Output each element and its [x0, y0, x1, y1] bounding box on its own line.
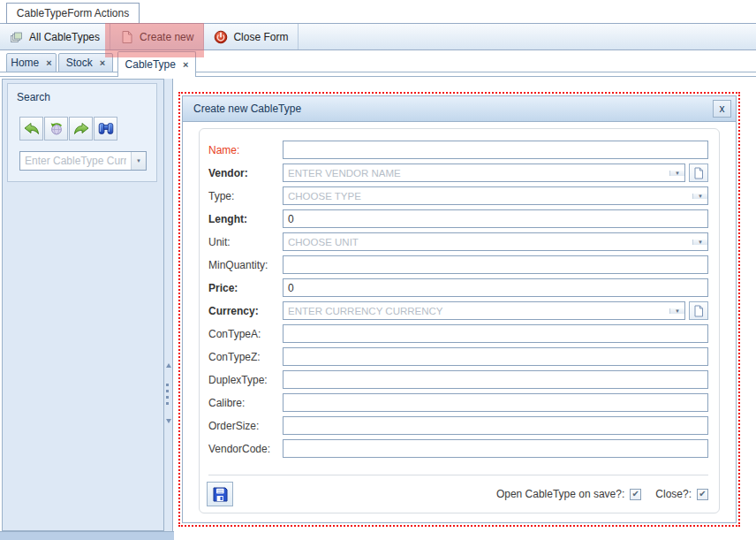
search-group-box: Search	[7, 83, 157, 182]
search-toolbar	[19, 117, 117, 141]
actions-tab[interactable]: CableTypeForm Actions	[6, 3, 140, 24]
power-close-icon	[214, 30, 228, 44]
footer-options: Open CableType on save?: ✔ Close?: ✔	[496, 488, 708, 500]
splitter-grip	[166, 384, 169, 405]
contypez-input[interactable]	[283, 347, 708, 366]
search-combo-dropdown-button[interactable]: ▼	[131, 152, 146, 170]
form-row-lenght: Lenght:	[208, 209, 708, 228]
form-row-unit: Unit: CHOOSE UNIT ▼	[208, 232, 708, 251]
sidebar-bottom-edge	[0, 531, 174, 540]
currency-placeholder: ENTER CURRENCY CURRENCY	[284, 306, 669, 316]
type-label: Type:	[208, 190, 283, 202]
checkmark-icon: ✔	[632, 490, 639, 498]
chevron-down-icon: ▼	[136, 158, 141, 164]
currency-dropdown-button[interactable]: ▼	[669, 308, 684, 314]
find-button[interactable]	[94, 117, 117, 141]
cabletype-search-combo[interactable]: ▼	[19, 151, 147, 171]
dialog-titlebar[interactable]: Create new CableType x	[183, 96, 736, 122]
tab-home-close-icon[interactable]: ×	[46, 58, 51, 68]
ordersize-input[interactable]	[283, 416, 708, 435]
currency-add-button[interactable]	[689, 301, 708, 320]
cabletype-search-input[interactable]	[20, 152, 131, 170]
close-form-label: Close Form	[233, 31, 288, 43]
all-cabletypes-button[interactable]: All CableTypes	[0, 24, 110, 49]
chevron-down-icon: ▼	[698, 194, 703, 199]
unit-dropdown-button[interactable]: ▼	[692, 240, 707, 245]
calibre-input[interactable]	[283, 393, 708, 412]
form-row-contypea: ConTypeA:	[208, 324, 708, 343]
ordersize-label: OrderSize:	[208, 420, 283, 432]
close-icon: x	[720, 103, 725, 115]
lenght-label: Lenght:	[208, 213, 283, 225]
dialog-title: Create new CableType	[193, 103, 301, 115]
tab-cabletype-close-icon[interactable]: ×	[183, 60, 188, 70]
calibre-label: Calibre:	[208, 397, 283, 409]
undo-button[interactable]	[19, 117, 43, 141]
close-form-button[interactable]: Close Form	[204, 24, 298, 49]
ribbon-toolbar: All CableTypes Create new Close	[0, 23, 756, 50]
vendor-dropdown-button[interactable]: ▼	[669, 171, 684, 176]
price-input[interactable]	[283, 278, 708, 297]
redo-arrow-icon	[73, 122, 89, 136]
new-document-icon	[693, 167, 704, 179]
duplextype-input[interactable]	[283, 370, 708, 389]
left-sidebar-panel: Search	[2, 79, 164, 531]
unit-combo[interactable]: CHOOSE UNIT ▼	[283, 232, 708, 251]
form-row-currency: Currency: ENTER CURRENCY CURRENCY ▼	[208, 301, 708, 320]
open-on-save-checkbox[interactable]: ✔	[630, 489, 641, 500]
type-dropdown-button[interactable]: ▼	[692, 194, 707, 199]
form-row-price: Price:	[208, 278, 708, 297]
dialog-close-button[interactable]: x	[713, 100, 731, 118]
tab-stock[interactable]: Stock ×	[58, 53, 113, 72]
form-row-calibre: Calibre:	[208, 393, 708, 412]
tab-stock-label: Stock	[66, 57, 93, 69]
close-checkbox[interactable]: ✔	[697, 489, 708, 500]
splitter-arrow-icon	[166, 419, 171, 423]
unit-placeholder: CHOOSE UNIT	[284, 237, 692, 247]
vendorcode-input[interactable]	[283, 439, 708, 458]
vendor-add-button[interactable]	[689, 164, 708, 182]
tabstrip-border-line	[0, 76, 756, 77]
tab-stock-close-icon[interactable]: ×	[100, 58, 105, 68]
globe-refresh-icon	[49, 122, 64, 136]
refresh-button[interactable]	[44, 117, 68, 141]
create-new-label: Create new	[140, 31, 193, 43]
minquantity-label: MinQuantity:	[208, 259, 283, 271]
actions-tab-label: CableTypeForm Actions	[17, 7, 129, 19]
save-button[interactable]	[207, 482, 233, 506]
tab-home[interactable]: Home ×	[6, 53, 57, 72]
name-label: Name:	[208, 144, 283, 156]
form-row-vendor: Vendor: ENTER VENDOR NAME ▼	[208, 164, 708, 182]
redo-button[interactable]	[69, 117, 93, 141]
save-floppy-icon	[212, 486, 229, 503]
currency-combo[interactable]: ENTER CURRENCY CURRENCY ▼	[283, 301, 685, 320]
tab-cabletype-label: CableType	[125, 58, 176, 71]
form-group-panel: Name: Vendor: ENTER VENDOR NAME ▼	[199, 128, 720, 513]
search-group-title: Search	[8, 84, 156, 103]
tab-cabletype[interactable]: CableType ×	[117, 51, 196, 77]
tabstrip-border-line	[0, 72, 756, 72]
minquantity-input[interactable]	[283, 255, 708, 274]
create-new-button[interactable]: Create new	[110, 24, 203, 49]
name-input[interactable]	[283, 141, 708, 159]
type-combo[interactable]: CHOOSE TYPE ▼	[283, 186, 708, 205]
vendor-combo[interactable]: ENTER VENDOR NAME ▼	[283, 164, 685, 182]
binoculars-icon	[98, 122, 114, 135]
chevron-down-icon: ▼	[675, 308, 680, 314]
form-row-duplextype: DuplexType:	[208, 370, 708, 389]
splitter-arrow-icon	[166, 363, 171, 368]
vertical-splitter[interactable]	[164, 79, 173, 531]
type-placeholder: CHOOSE TYPE	[284, 191, 692, 202]
form-row-minquantity: MinQuantity:	[208, 255, 708, 274]
dialog-footer: Open CableType on save?: ✔ Close?: ✔	[207, 482, 708, 506]
application-window: CableTypeForm Actions All CableTypes Cre…	[0, 0, 756, 540]
tab-home-label: Home	[11, 57, 39, 69]
close-option-label: Close?:	[655, 488, 692, 500]
all-cabletypes-label: All CableTypes	[29, 31, 100, 43]
contypea-input[interactable]	[283, 324, 708, 343]
lenght-input[interactable]	[283, 209, 708, 228]
form-row-contypez: ConTypeZ:	[208, 347, 708, 366]
checkmark-icon: ✔	[699, 490, 706, 498]
vendor-label: Vendor:	[208, 167, 283, 179]
contypez-label: ConTypeZ:	[208, 351, 283, 363]
